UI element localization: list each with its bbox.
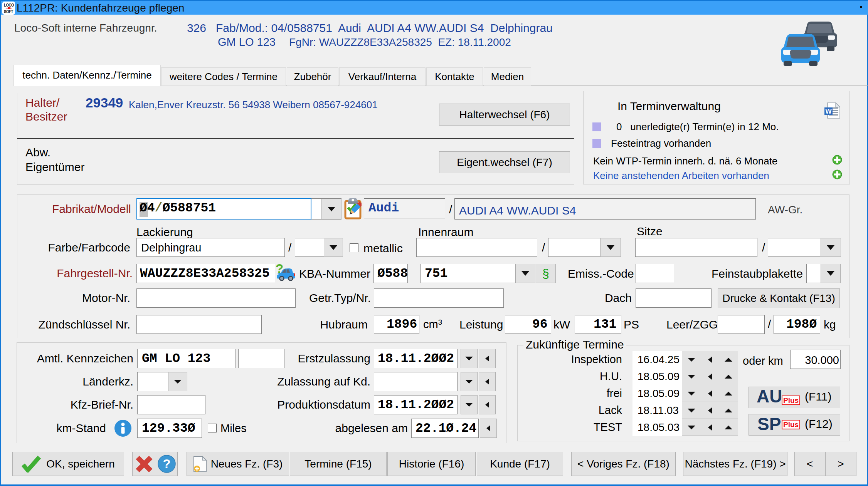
svg-text:W: W [825,108,832,115]
svg-text:?: ? [163,457,170,471]
